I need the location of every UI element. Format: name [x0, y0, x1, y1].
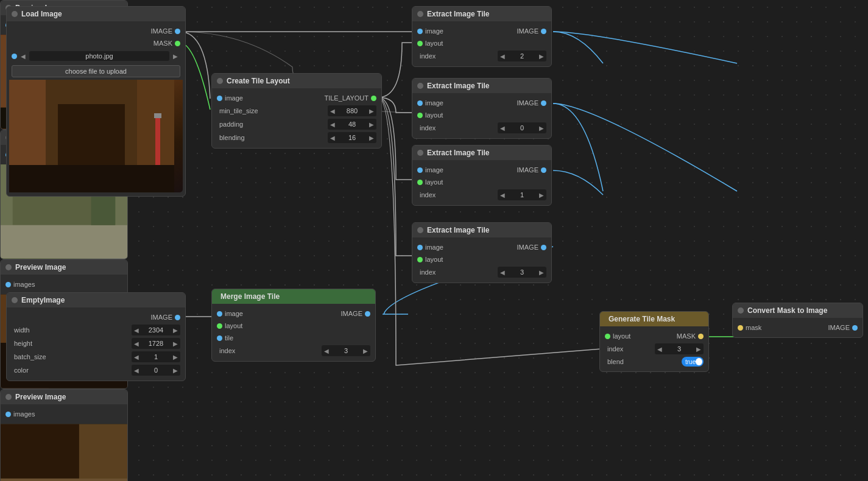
gen-index-prev[interactable]: ◀ — [655, 343, 665, 354]
load-image-mask-port[interactable] — [175, 41, 180, 46]
ext4-index-value: 3 — [507, 269, 537, 276]
merge-tile-header: Merge Image Tile — [212, 289, 375, 304]
min-tile-prev[interactable]: ◀ — [328, 105, 337, 116]
ext2-layout-label: layout — [425, 111, 443, 119]
ext2-layout-in[interactable] — [417, 113, 423, 118]
file-name-display: photo.jpg — [29, 51, 169, 61]
merge-tile-in[interactable] — [217, 335, 222, 341]
extract2-dot — [417, 83, 423, 89]
create-tile-image-in[interactable] — [217, 96, 222, 101]
ext4-out-port[interactable] — [541, 245, 546, 250]
ext2-index-next[interactable]: ▶ — [537, 122, 546, 133]
load-image-title: Load Image — [21, 10, 62, 18]
extract4-dot — [417, 227, 423, 233]
extract3-header: Extract Image Tile — [412, 146, 551, 160]
extract-tile-2-node: Extract Image Tile image IMAGE layout — [412, 78, 552, 139]
gen-blend-label: blend — [605, 358, 682, 365]
height-next[interactable]: ▶ — [171, 338, 180, 349]
ext3-out-port[interactable] — [541, 167, 546, 173]
blending-label: blending — [217, 134, 326, 141]
load-image-node: Load Image IMAGE MASK ◀ photo.jpg — [6, 6, 186, 197]
ext1-index-prev[interactable]: ◀ — [498, 51, 507, 61]
batch-prev[interactable]: ◀ — [132, 351, 141, 362]
convert-mask-header: Convert Mask to Image — [733, 303, 863, 318]
blending-next[interactable]: ▶ — [367, 132, 376, 143]
min-tile-next[interactable]: ▶ — [367, 105, 376, 116]
ext4-image-label: image — [425, 244, 443, 251]
generate-mask-node: Generate Tile Mask layout MASK index ◀ 3… — [599, 311, 709, 372]
load-image-image-port[interactable] — [175, 29, 180, 34]
color-prev[interactable]: ◀ — [132, 365, 141, 376]
create-tile-out-port[interactable] — [371, 96, 376, 101]
batch-value: 1 — [141, 353, 171, 360]
padding-value: 48 — [337, 121, 367, 128]
svg-rect-29 — [1, 479, 127, 481]
conv-mask-in[interactable] — [738, 325, 743, 331]
merge-index-prev[interactable]: ◀ — [322, 345, 331, 356]
padding-prev[interactable]: ◀ — [328, 119, 337, 130]
ext4-index-next[interactable]: ▶ — [537, 267, 546, 278]
ext3-image-in[interactable] — [417, 167, 423, 173]
ext3-layout-in[interactable] — [417, 180, 423, 185]
width-value: 2304 — [141, 326, 171, 334]
ext1-image-in[interactable] — [417, 29, 423, 34]
svg-rect-6 — [155, 116, 160, 165]
ext4-index-prev[interactable]: ◀ — [498, 267, 507, 278]
ext2-index-value: 0 — [507, 124, 537, 132]
ext4-image-in[interactable] — [417, 245, 423, 250]
ext3-index-label: index — [417, 191, 496, 198]
preview3-images-in[interactable] — [5, 282, 11, 287]
file-prev-arrow[interactable]: ◀ — [18, 51, 28, 61]
preview4-title: Preview Image — [15, 393, 66, 401]
empty-out-port[interactable] — [175, 315, 180, 320]
preview4-images-in[interactable] — [5, 412, 11, 417]
ext4-layout-in[interactable] — [417, 257, 423, 262]
height-prev[interactable]: ◀ — [132, 338, 141, 349]
merge-index-next[interactable]: ▶ — [361, 345, 370, 356]
load-image-header: Load Image — [7, 7, 185, 21]
batch-next[interactable]: ▶ — [171, 351, 180, 362]
gen-layout-in[interactable] — [605, 334, 610, 339]
ext2-index-prev[interactable]: ◀ — [498, 122, 507, 133]
merge-layout-in[interactable] — [217, 323, 222, 329]
merge-out-port[interactable] — [365, 311, 370, 317]
choose-file-button[interactable]: choose file to upload — [12, 65, 180, 77]
gen-blend-toggle[interactable]: true — [682, 357, 704, 367]
generate-mask-header: Generate Tile Mask — [600, 312, 708, 326]
load-image-preview — [9, 80, 174, 192]
ext3-image-label: image — [425, 166, 443, 174]
load-image-in-port[interactable] — [12, 54, 17, 59]
ext1-layout-in[interactable] — [417, 41, 423, 46]
empty-image-dot — [12, 297, 18, 303]
width-next[interactable]: ▶ — [171, 325, 180, 335]
preview3-dot — [5, 264, 12, 270]
color-next[interactable]: ▶ — [171, 365, 180, 376]
ext3-index-prev[interactable]: ◀ — [498, 189, 507, 200]
ext1-out-port[interactable] — [541, 29, 546, 34]
ext2-out-port[interactable] — [541, 100, 546, 106]
min-tile-value: 880 — [337, 107, 367, 114]
gen-index-value: 3 — [665, 345, 694, 353]
conv-mask-label: mask — [746, 324, 761, 331]
extract-tile-1-node: Extract Image Tile image IMAGE layout — [412, 6, 552, 67]
gen-out-port[interactable] — [698, 334, 704, 339]
ext2-image-in[interactable] — [417, 100, 423, 106]
gen-index-next[interactable]: ▶ — [694, 343, 704, 354]
file-next-arrow[interactable]: ▶ — [171, 51, 180, 61]
ext1-index-next[interactable]: ▶ — [537, 51, 546, 61]
blending-prev[interactable]: ◀ — [328, 132, 337, 143]
create-tile-node: Create Tile Layout image TILE_LAYOUT min… — [211, 73, 382, 149]
ext3-layout-label: layout — [425, 178, 443, 186]
padding-next[interactable]: ▶ — [367, 119, 376, 130]
ext3-index-next[interactable]: ▶ — [537, 189, 546, 200]
conv-out-port[interactable] — [852, 325, 858, 331]
width-prev[interactable]: ◀ — [132, 325, 141, 335]
merge-image-label: image — [225, 310, 243, 317]
min-tile-size-label: min_tile_size — [217, 107, 326, 114]
ext2-out-label: IMAGE — [517, 99, 538, 107]
ext4-layout-label: layout — [425, 256, 443, 263]
preview3-title: Preview Image — [15, 263, 66, 272]
extract2-header: Extract Image Tile — [412, 79, 551, 93]
ext1-index-label: index — [417, 52, 496, 60]
merge-image-in[interactable] — [217, 311, 222, 317]
